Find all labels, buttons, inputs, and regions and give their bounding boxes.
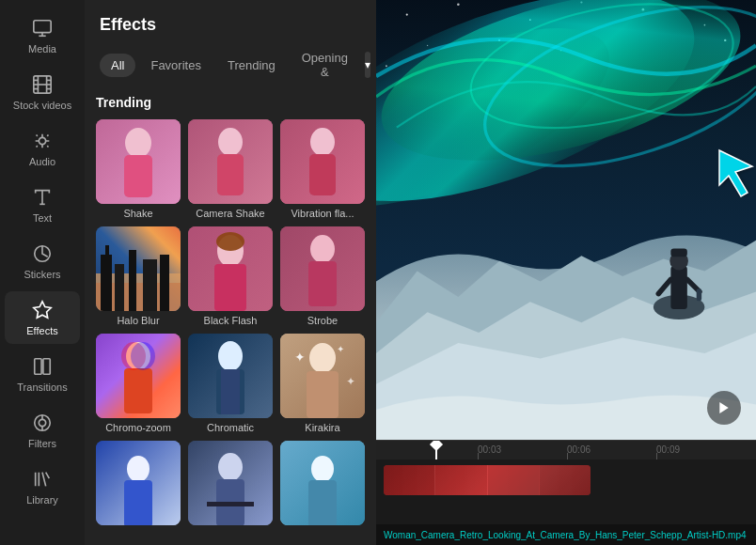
filename-bar: Woman_Camera_Retro_Looking_At_Camera_By_… — [376, 524, 756, 545]
sidebar-item-filters[interactable]: Filters — [5, 404, 80, 457]
effect-kirakira-name: Kirakira — [305, 422, 339, 433]
play-button[interactable] — [707, 391, 741, 425]
sidebar-item-stickers-label: Stickers — [24, 269, 60, 280]
svg-rect-64 — [124, 480, 152, 525]
sidebar-item-stock-label: Stock videos — [13, 100, 71, 111]
svg-rect-36 — [115, 264, 124, 311]
sidebar-item-transitions[interactable]: Transitions — [5, 348, 80, 400]
svg-marker-15 — [34, 302, 51, 318]
sidebar: Media Stock videos Audio — [0, 0, 85, 545]
effect-row4b[interactable] — [188, 441, 273, 529]
filter-tabs: All Favorites Trending Opening & ▾ — [85, 46, 376, 95]
svg-text:✦: ✦ — [346, 375, 355, 388]
tab-all[interactable]: All — [100, 54, 135, 77]
effect-row4b-thumb — [188, 441, 273, 525]
svg-rect-16 — [35, 359, 41, 375]
stickers-icon — [31, 242, 54, 265]
effect-row4a[interactable] — [96, 441, 181, 529]
svg-rect-37 — [129, 250, 136, 311]
main-content: 00:03 00:06 00:09 — [376, 0, 756, 545]
timeline-clip-video[interactable] — [384, 465, 591, 495]
svg-point-63 — [127, 456, 150, 482]
timeline-ruler: 00:03 00:06 00:09 — [376, 441, 756, 459]
filters-icon — [31, 412, 54, 434]
effects-icon — [31, 299, 54, 321]
effect-vibration-flash[interactable]: Vibration fla... — [280, 119, 365, 219]
effect-strobe[interactable]: Strobe — [280, 226, 365, 326]
svg-point-74 — [457, 3, 460, 6]
effect-halo-blur-name: Halo Blur — [117, 315, 159, 326]
filter-dropdown-button[interactable]: ▾ — [365, 52, 370, 78]
svg-point-26 — [218, 128, 243, 156]
effect-chromatic[interactable]: Chromatic — [188, 334, 273, 433]
sidebar-item-text[interactable]: Text — [5, 179, 80, 231]
svg-rect-55 — [221, 369, 240, 414]
svg-rect-49 — [124, 368, 152, 413]
effect-camera-shake-name: Camera Shake — [196, 208, 264, 219]
effect-camera-shake[interactable]: Camera Shake — [188, 119, 273, 219]
timeline-marker-3: 00:09 — [656, 444, 680, 455]
svg-rect-93 — [670, 249, 686, 257]
effect-halo-blur[interactable]: Halo Blur — [96, 226, 181, 326]
panel-title: Effects — [100, 15, 156, 34]
timeline-marker-2: 00:06 — [567, 444, 591, 455]
tab-trending[interactable]: Trending — [216, 54, 287, 77]
effect-camera-shake-thumb — [188, 119, 273, 204]
svg-rect-34 — [101, 255, 112, 311]
effect-black-flash[interactable]: Black Flash — [188, 226, 273, 326]
effects-grid: Shake Ca — [96, 119, 365, 529]
svg-point-29 — [310, 128, 335, 156]
effect-row4a-thumb — [96, 441, 181, 525]
svg-point-23 — [125, 128, 151, 158]
svg-point-66 — [218, 453, 243, 481]
svg-rect-96 — [697, 288, 701, 301]
effect-row4c[interactable] — [280, 441, 365, 529]
svg-point-57 — [309, 343, 336, 373]
sidebar-item-media-label: Media — [28, 43, 56, 54]
effect-strobe-name: Strobe — [307, 315, 338, 326]
effect-shake-name: Shake — [123, 208, 152, 219]
sidebar-item-audio-label: Audio — [29, 156, 55, 167]
tab-opening[interactable]: Opening & — [291, 46, 359, 84]
effect-kirakira[interactable]: ✦ ✦ ✦ Kirakira — [280, 334, 365, 433]
svg-rect-38 — [143, 259, 157, 311]
effect-black-flash-thumb — [188, 226, 273, 311]
svg-rect-39 — [160, 255, 169, 311]
effect-shake-thumb — [96, 119, 181, 204]
cursor-arrow — [715, 146, 752, 193]
preview-area — [376, 0, 756, 440]
svg-rect-27 — [217, 154, 244, 195]
svg-point-73 — [406, 14, 408, 16]
svg-rect-42 — [214, 264, 246, 311]
svg-point-51 — [131, 342, 155, 370]
svg-rect-68 — [207, 502, 254, 506]
sidebar-item-media[interactable]: Media — [5, 9, 80, 62]
svg-point-43 — [216, 232, 244, 251]
svg-text:✦: ✦ — [294, 350, 306, 365]
filename-text: Woman_Camera_Retro_Looking_At_Camera_By_… — [384, 530, 747, 540]
sidebar-item-effects[interactable]: Effects — [5, 291, 80, 344]
sidebar-item-stock-videos[interactable]: Stock videos — [5, 66, 80, 118]
sidebar-item-audio[interactable]: Audio — [5, 122, 80, 175]
svg-rect-58 — [307, 371, 339, 418]
sidebar-item-stickers[interactable]: Stickers — [5, 235, 80, 288]
timeline-track-video — [384, 465, 748, 495]
svg-point-11 — [39, 137, 45, 144]
text-icon — [31, 186, 54, 209]
panel-content: Trending S — [85, 95, 376, 545]
media-icon — [31, 17, 54, 39]
tab-favorites[interactable]: Favorites — [139, 54, 212, 77]
svg-rect-24 — [124, 155, 152, 197]
sidebar-item-library[interactable]: Library — [5, 460, 80, 513]
svg-rect-46 — [308, 261, 337, 306]
effect-chromo-zoom[interactable]: Chromo-zoom — [96, 334, 181, 433]
timeline-marker-1: 00:03 — [478, 444, 501, 455]
sidebar-item-transitions-label: Transitions — [17, 382, 67, 393]
sidebar-item-library-label: Library — [26, 494, 58, 506]
effect-shake[interactable]: Shake — [96, 119, 181, 219]
svg-rect-17 — [43, 359, 50, 375]
effect-black-flash-name: Black Flash — [204, 315, 258, 326]
svg-marker-97 — [719, 402, 728, 413]
svg-rect-91 — [670, 266, 686, 309]
panel-header: Effects — [85, 0, 376, 46]
